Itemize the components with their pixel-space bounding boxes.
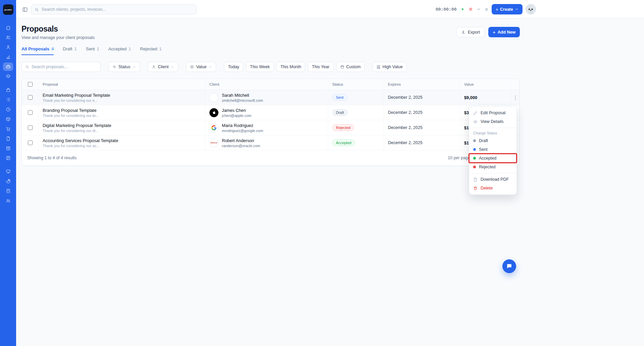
sidebar-item-proposals[interactable] — [3, 62, 13, 71]
custom-date-filter-button[interactable]: Custom — [336, 62, 365, 72]
chat-support-button[interactable] — [502, 259, 516, 273]
sidebar-item-accounting[interactable] — [3, 187, 13, 195]
menu-status-draft-label: Draft — [479, 138, 488, 143]
tab-all-proposals[interactable]: All Proposals 4 — [21, 46, 54, 55]
timer-expand-button[interactable] — [476, 6, 482, 12]
timer-play-button[interactable] — [460, 6, 465, 12]
table-row[interactable]: Branding Proposal Template Thank you for… — [22, 105, 519, 120]
value-filter-button[interactable]: Value — [186, 62, 216, 72]
menu-status-draft[interactable]: Draft — [469, 136, 516, 145]
tab-label: Sent — [86, 46, 95, 51]
oracle-logo-text: ORACLE — [210, 142, 217, 144]
client-filter-button[interactable]: Client — [148, 62, 178, 72]
sidebar-item-invoices[interactable] — [3, 72, 13, 81]
tab-rejected[interactable]: Rejected 1 — [140, 46, 162, 55]
proposal-value: $9,000 — [460, 90, 511, 105]
high-value-filter-button[interactable]: High Value — [373, 62, 407, 72]
sidebar-item-time-tracking[interactable] — [3, 105, 13, 114]
proposal-title: Accounting Services Proposal Template — [43, 138, 118, 143]
sidebar-item-home[interactable] — [3, 24, 13, 32]
sidebar-item-documents[interactable] — [3, 134, 13, 143]
proposal-snippet: Thank you for considering our ac... — [43, 144, 99, 148]
microsoft-logo-avatar — [209, 93, 218, 102]
tab-label: All Proposals — [21, 46, 49, 51]
this-year-filter-button[interactable]: This Year — [308, 62, 333, 72]
menu-edit-proposal[interactable]: Edit Proposal — [469, 109, 516, 117]
global-search-input[interactable] — [42, 7, 193, 12]
status-badge: Accepted — [332, 139, 355, 146]
sidebar-item-reports[interactable] — [3, 53, 13, 61]
menu-delete[interactable]: Delete — [469, 184, 516, 192]
this-week-filter-button[interactable]: This Week — [246, 62, 274, 72]
add-new-button-label: Add New — [498, 30, 515, 35]
sidebar-item-board[interactable] — [3, 154, 13, 162]
timer-stop-button[interactable] — [468, 7, 473, 11]
sidebar-item-analytics[interactable] — [3, 177, 13, 185]
sidebar-item-tasks[interactable] — [3, 95, 13, 104]
row-checkbox[interactable] — [28, 140, 33, 145]
sidebar-item-products[interactable] — [3, 86, 13, 94]
add-new-button[interactable]: + Add New — [488, 27, 520, 37]
column-header-value: Value — [460, 79, 511, 90]
draft-dot-icon — [473, 139, 476, 142]
per-page-selector[interactable]: 10 per page — [448, 156, 470, 160]
today-filter-button[interactable]: Today — [224, 62, 243, 72]
sidebar-toggle-button[interactable] — [20, 5, 29, 14]
menu-section-label: Change Status — [469, 130, 516, 136]
chevron-down-icon — [208, 65, 212, 69]
sidebar-item-inventory[interactable] — [3, 115, 13, 123]
table-row[interactable]: Email Marketing Proposal Template Thank … — [22, 90, 519, 105]
tab-accepted[interactable]: Accepted 1 — [108, 46, 131, 55]
sidebar-item-projects[interactable] — [3, 144, 13, 153]
page-title: Proposals — [21, 25, 58, 34]
this-month-filter-button[interactable]: This Month — [277, 62, 305, 72]
menu-status-rejected[interactable]: Rejected — [469, 163, 516, 171]
user-avatar[interactable]: 💀 — [526, 4, 536, 14]
app-logo[interactable]: growlio — [3, 4, 13, 15]
row-checkbox[interactable] — [28, 110, 33, 115]
chevron-down-icon — [515, 7, 518, 11]
status-badge: Sent — [332, 94, 347, 101]
table-row[interactable]: Digital Marketing Proposal Template Than… — [22, 120, 519, 135]
row-checkbox[interactable] — [28, 95, 33, 100]
table-header-row: Proposal Client Status Expires Value — [22, 79, 519, 90]
tab-sent[interactable]: Sent 1 — [86, 46, 99, 55]
sidebar-item-sales[interactable] — [3, 125, 13, 133]
row-checkbox[interactable] — [28, 125, 33, 130]
this-month-filter-label: This Month — [281, 64, 301, 69]
column-header-client: Client — [205, 79, 328, 90]
sidebar-item-clients[interactable] — [3, 33, 13, 42]
row-actions-button[interactable]: ⋮ — [512, 94, 519, 101]
clients-icon — [6, 35, 11, 40]
status-filter-button[interactable]: Status — [108, 62, 140, 72]
proposal-snippet: Thank you for considering our e... — [43, 98, 98, 102]
custom-date-filter-label: Custom — [346, 64, 361, 69]
calculator-icon — [6, 188, 11, 193]
search-icon — [35, 7, 39, 12]
timer-status-button[interactable] — [485, 7, 489, 11]
export-button[interactable]: Export — [456, 27, 485, 37]
menu-download-pdf[interactable]: Download PDF — [469, 175, 516, 184]
proposal-search-input[interactable] — [32, 64, 97, 69]
sidebar-item-devices[interactable] — [3, 167, 13, 176]
page-subtitle: View and manage your client proposals — [21, 35, 95, 40]
create-button[interactable]: + Create — [492, 4, 523, 14]
menu-status-sent[interactable]: Sent — [469, 145, 516, 154]
sidebar-item-team[interactable] — [3, 197, 13, 205]
home-icon — [6, 25, 11, 30]
proposal-search — [21, 62, 101, 72]
select-all-checkbox[interactable] — [28, 82, 33, 87]
box-icon — [6, 117, 11, 122]
rejected-dot-icon — [473, 166, 476, 168]
menu-view-details[interactable]: View Details — [469, 117, 516, 126]
sidebar-item-contacts[interactable] — [3, 43, 13, 51]
table-footer: Showing 1 to 4 of 4 results 10 per page — [22, 150, 519, 166]
table-row[interactable]: Accounting Services Proposal Template Th… — [22, 135, 519, 150]
clock-icon — [6, 107, 11, 112]
menu-view-label: View Details — [481, 119, 504, 124]
menu-status-accepted[interactable]: Accepted — [469, 154, 516, 163]
sidebar-nav — [3, 24, 13, 205]
sidebar-toggle-icon — [22, 7, 28, 12]
client-email: mrodriguez@google.com — [222, 129, 263, 133]
tab-draft[interactable]: Draft 1 — [63, 46, 77, 55]
